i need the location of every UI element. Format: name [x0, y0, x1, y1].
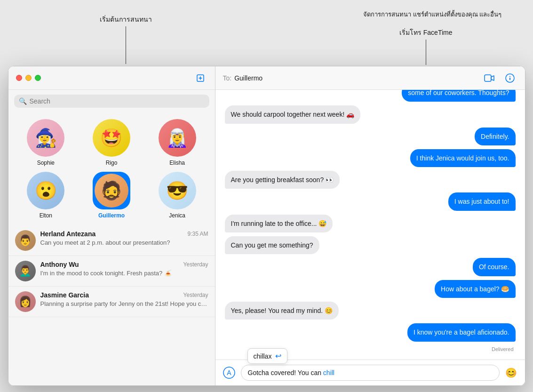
- conversation-content: Herland Antezana9:35 AMCan you meet at 2…: [40, 230, 208, 247]
- chat-actions: [482, 71, 517, 86]
- info-button[interactable]: [502, 71, 517, 86]
- annotation-manage: จัดการการสนทนา แชร์ตำแหน่งที่ตั้งของคุณ …: [363, 9, 501, 21]
- pinned-contact-name: Jenica: [169, 212, 185, 219]
- message-row: How about a bagel? 🥯: [225, 280, 516, 298]
- pinned-avatar-wrapper: 🧝‍♀️: [159, 119, 196, 157]
- chat-input-area: A Gotcha covered! You can chill chillax …: [215, 360, 525, 385]
- pinned-avatar-wrapper: 🧙‍♀️: [27, 119, 64, 157]
- pinned-contact-name: Elton: [40, 212, 52, 219]
- pinned-contact-sophie[interactable]: 🧙‍♀️Sophie: [16, 119, 76, 166]
- pinned-avatar: 🧝‍♀️: [159, 119, 196, 157]
- chat-input-wrapper: Gotcha covered! You can chill chillax ↩: [241, 365, 500, 381]
- pinned-avatar: 🧙‍♀️: [27, 119, 64, 157]
- sidebar-titlebar: [8, 66, 215, 90]
- svg-text:A: A: [227, 369, 231, 376]
- message-row: I was just about to!: [225, 192, 516, 210]
- sidebar: 🔍 🧙‍♀️Sophie🤩Rigo🧝‍♀️Elisha😮Elton🧔Guille…: [8, 66, 215, 385]
- conversation-item[interactable]: 👩Jasmine GarciaYesterdayPlanning a surpr…: [8, 287, 215, 317]
- autocomplete-undo: ↩: [275, 352, 281, 360]
- conversation-header: Herland Antezana9:35 AM: [40, 230, 208, 238]
- message-bubble: Of course.: [473, 258, 516, 276]
- search-input[interactable]: [30, 97, 205, 105]
- chat-to: To: Guillermo: [223, 74, 263, 82]
- facetime-video-button[interactable]: [482, 71, 497, 86]
- conversation-preview: Can you meet at 2 p.m. about our present…: [40, 239, 208, 247]
- conversation-preview: I'm in the mood to cook tonight. Fresh p…: [40, 269, 208, 278]
- annotation-facetime: เริ่มโทร FaceTime: [399, 27, 453, 65]
- pinned-avatar: 🧔: [95, 174, 128, 208]
- chat-to-label: To:: [223, 74, 232, 82]
- pinned-contact-name: Sophie: [37, 160, 55, 166]
- conversation-avatar: 👨‍🦱: [15, 261, 36, 281]
- chat-titlebar: To: Guillermo: [215, 66, 525, 90]
- message-bubble: Can you get me something?: [225, 236, 319, 254]
- pinned-contact-guillermo[interactable]: 🧔Guillermo: [81, 172, 142, 219]
- message-bubble: I'm running late to the office... 😅: [225, 215, 333, 232]
- messages-window: 🔍 🧙‍♀️Sophie🤩Rigo🧝‍♀️Elisha😮Elton🧔Guille…: [8, 66, 525, 386]
- chat-panel: To: Guillermo: [215, 66, 525, 385]
- conversation-avatar: 👩: [15, 291, 36, 312]
- traffic-lights: [16, 75, 41, 81]
- message-bubble: I think Jenica would join us, too.: [410, 149, 516, 167]
- message-row: Definitely.: [225, 128, 516, 145]
- pinned-contact-name: Elisha: [169, 160, 185, 166]
- pinned-contact-rigo[interactable]: 🤩Rigo: [81, 119, 142, 166]
- pinned-avatar: 😮: [27, 172, 64, 209]
- svg-point-3: [509, 76, 510, 77]
- message-row: some of our coworkers. Thoughts?: [225, 90, 516, 102]
- conversation-item[interactable]: 👨Herland Antezana9:35 AMCan you meet at …: [8, 225, 215, 256]
- pinned-contact-name: Rigo: [106, 160, 118, 166]
- svg-rect-4: [509, 78, 510, 80]
- messages-area: some of our coworkers. Thoughts?We shoul…: [215, 90, 525, 360]
- conversation-name: Anthony Wu: [40, 261, 79, 268]
- pinned-avatar-wrapper: 😎: [159, 172, 196, 209]
- message-bubble: How about a bagel? 🥯: [435, 280, 515, 298]
- autocomplete-popup[interactable]: chillax ↩: [247, 348, 288, 364]
- search-icon: 🔍: [19, 97, 27, 105]
- maximize-button[interactable]: [35, 75, 41, 81]
- conversation-time: Yesterday: [183, 292, 208, 298]
- conversation-header: Jasmine GarciaYesterday: [40, 291, 208, 299]
- message-row: We should carpool together next week! 🚗: [225, 105, 516, 123]
- svg-rect-1: [485, 75, 491, 81]
- message-bubble: Yes, please! You read my mind. 😊: [225, 302, 339, 320]
- conversation-header: Anthony WuYesterday: [40, 261, 208, 268]
- conversation-avatar: 👨: [15, 230, 36, 251]
- pinned-contacts-grid: 🧙‍♀️Sophie🤩Rigo🧝‍♀️Elisha😮Elton🧔Guillerm…: [8, 112, 215, 225]
- message-row: Of course.: [225, 258, 516, 276]
- emoji-button[interactable]: 😊: [504, 366, 518, 380]
- pinned-contact-jenica[interactable]: 😎Jenica: [147, 172, 207, 219]
- pinned-avatar: 🤩: [93, 119, 130, 157]
- chat-input-field[interactable]: Gotcha covered! You can chill: [241, 365, 500, 381]
- compose-button[interactable]: [193, 71, 207, 85]
- autocomplete-word: chillax: [254, 352, 272, 360]
- message-row: Yes, please! You read my mind. 😊: [225, 302, 516, 320]
- conversation-content: Jasmine GarciaYesterdayPlanning a surpri…: [40, 291, 208, 308]
- annotation-compose: เริ่มต้นการสนทนา: [100, 14, 152, 64]
- pinned-contact-name: Guillermo: [98, 212, 125, 219]
- chat-to-name: Guillermo: [234, 74, 263, 82]
- minimize-button[interactable]: [25, 75, 32, 81]
- message-row: I'm running late to the office... 😅: [225, 215, 516, 232]
- conversation-time: 9:35 AM: [187, 231, 208, 237]
- conversation-content: Anthony WuYesterdayI'm in the mood to co…: [40, 261, 208, 278]
- close-button[interactable]: [16, 75, 22, 81]
- message-row: Can you get me something?: [225, 236, 516, 254]
- message-bubble: We should carpool together next week! 🚗: [225, 105, 361, 123]
- pinned-avatar-wrapper: 🤩: [93, 119, 130, 157]
- message-bubble: some of our coworkers. Thoughts?: [402, 90, 515, 102]
- search-bar[interactable]: 🔍: [14, 95, 209, 108]
- message-bubble: Definitely.: [475, 128, 515, 145]
- conversation-name: Herland Antezana: [40, 230, 96, 238]
- app-store-button[interactable]: A: [222, 366, 236, 380]
- pinned-contact-elton[interactable]: 😮Elton: [16, 172, 76, 219]
- message-row: Are you getting breakfast soon? 👀: [225, 171, 516, 189]
- message-row: I think Jenica would join us, too.: [225, 149, 516, 167]
- conversation-list: 👨Herland Antezana9:35 AMCan you meet at …: [8, 225, 215, 385]
- pinned-avatar: 😎: [159, 172, 196, 209]
- input-text-highlighted: chill: [323, 369, 334, 376]
- conversation-item[interactable]: 👨‍🦱Anthony WuYesterdayI'm in the mood to…: [8, 256, 215, 287]
- pinned-contact-elisha[interactable]: 🧝‍♀️Elisha: [147, 119, 207, 166]
- pinned-avatar-wrapper: 😮: [27, 172, 64, 209]
- input-text-before: Gotcha covered! You can: [248, 369, 323, 376]
